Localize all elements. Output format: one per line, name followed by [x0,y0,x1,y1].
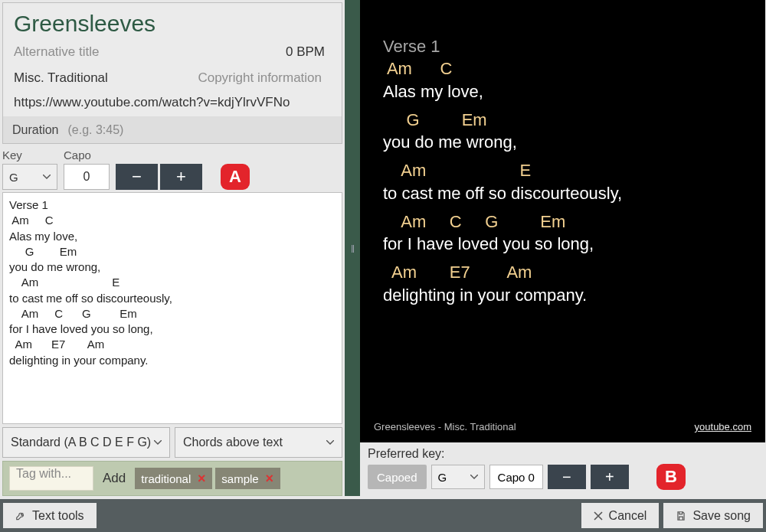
layout-select[interactable]: Chords above text [175,427,342,458]
lyric-line: delighting in your company. [383,284,753,308]
song-header: Greensleeves Alternative title 0 BPM Mis… [2,2,342,144]
preview-panel: Verse 1 Am CAlas my love, G Emyou do me … [360,0,766,496]
tag-area: Tag with... Add traditional×sample× [2,461,342,496]
notation-select-value: Standard (A B C D E F G) [11,436,151,449]
editor-panel: Greensleeves Alternative title 0 BPM Mis… [0,0,345,496]
cancel-label: Cancel [609,509,647,523]
artist-field[interactable]: Misc. Traditional [14,70,198,86]
bpm-value[interactable]: 0 BPM [286,44,331,60]
chevron-down-icon [326,440,334,445]
capoed-pill[interactable]: Capoed [368,465,427,489]
layout-select-value: Chords above text [183,436,283,449]
tag-chip-label: sample [221,472,258,485]
alt-title-field[interactable]: Alternative title [14,44,272,60]
remove-tag-icon[interactable]: × [194,471,209,486]
add-tag-button[interactable]: Add [100,471,129,486]
notation-select[interactable]: Standard (A B C D E F G) [2,427,170,458]
marker-b-badge: B [656,464,686,490]
tag-input[interactable]: Tag with... [9,466,93,491]
tag-chip: sample× [215,468,280,489]
lyric-line: you do me wrong, [383,131,753,155]
save-song-button[interactable]: Save song [663,503,763,528]
chord-line: Am E7 Am [383,261,753,284]
section-label: Verse 1 [383,37,753,56]
bottom-toolbar: Text tools Cancel Save song [0,499,766,532]
pref-key-value: G [438,471,447,484]
text-tools-button[interactable]: Text tools [3,503,97,528]
save-label: Save song [692,509,751,523]
chord-line: Am E [383,159,753,182]
splitter-handle[interactable]: || [345,0,360,496]
pref-minus-button[interactable]: − [548,465,586,489]
chord-line: G Em [383,109,753,132]
key-label: Key [2,149,57,162]
save-icon [676,511,686,521]
pref-key-select[interactable]: G [431,465,485,489]
wrench-icon [15,511,26,521]
remove-tag-icon[interactable]: × [262,471,277,486]
song-title[interactable]: Greensleeves [14,11,331,37]
chord-line: Am C G Em [383,211,753,233]
chevron-down-icon [470,475,478,479]
preview-area: Verse 1 Am CAlas my love, G Emyou do me … [360,0,765,442]
cancel-button[interactable]: Cancel [581,503,660,528]
duration-field[interactable]: (e.g. 3:45) [67,123,123,137]
pref-capo-display[interactable]: Capo 0 [489,465,543,489]
song-text-input[interactable] [2,192,342,424]
preferred-key-label: Preferred key: [368,447,758,461]
preview-footer-title: Greensleeves - Misc. Traditional [374,422,516,433]
preferred-key-row: Preferred key: Capoed G Capo 0 − + B [360,442,765,496]
preview-footer-link[interactable]: youtube.com [695,422,751,433]
close-icon [594,511,603,521]
capo-input[interactable]: 0 [64,164,110,190]
key-select[interactable]: G [2,164,57,190]
copyright-field[interactable]: Copyright information [198,70,331,86]
key-select-value: G [9,171,18,184]
capo-minus-button[interactable]: − [116,164,158,190]
lyric-line: to cast me off so discourteously, [383,182,753,206]
tag-chip-label: traditional [141,472,191,485]
pref-plus-button[interactable]: + [591,465,629,489]
text-tools-label: Text tools [32,509,84,523]
duration-label: Duration [3,123,67,137]
chevron-down-icon [154,440,162,445]
key-capo-row: Key G Capo 0 − + A [2,149,342,190]
chord-line: Am C [383,57,753,80]
tag-chip: traditional× [135,468,212,489]
marker-a-badge: A [221,164,250,190]
lyric-line: Alas my love, [383,80,753,104]
lyric-line: for I have loved you so long, [383,233,753,256]
capo-plus-button[interactable]: + [160,164,202,190]
link-field[interactable]: https://www.youtube.com/watch?v=kdjYlrvV… [14,95,331,110]
capo-label: Capo [64,149,110,162]
chevron-down-icon [43,175,51,179]
grip-icon: || [351,243,354,253]
